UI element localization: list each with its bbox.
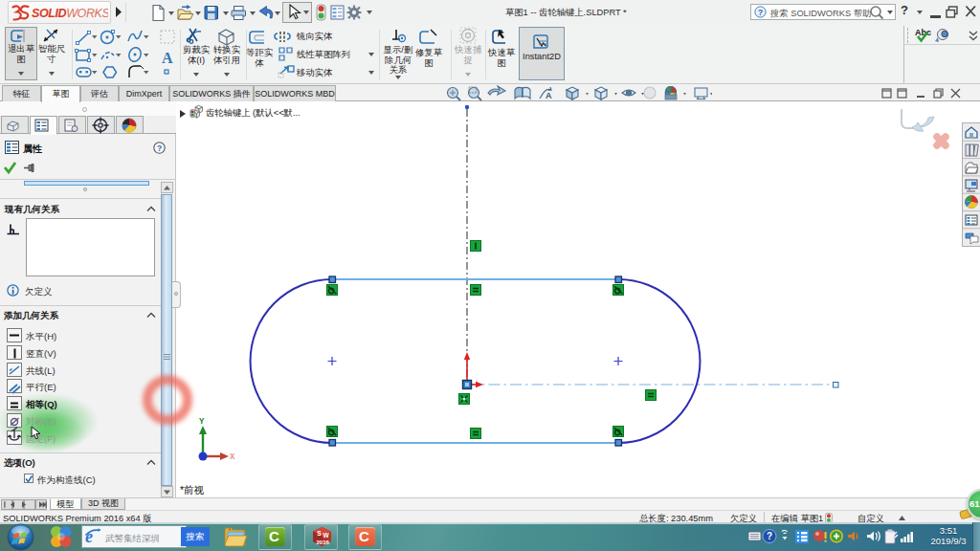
svg-text:2016: 2016 — [317, 540, 330, 545]
svg-text:X: X — [230, 452, 235, 462]
svg-text:A: A — [162, 50, 173, 66]
svg-text:Abc: Abc — [915, 28, 931, 37]
svg-text:SOLIDWORKS: SOLIDWORKS — [32, 7, 108, 20]
svg-text:e: e — [85, 527, 93, 545]
svg-text:A: A — [546, 91, 552, 100]
svg-text:S: S — [317, 530, 322, 537]
svg-text:?: ? — [157, 143, 162, 153]
svg-text:?: ? — [767, 531, 772, 541]
svg-text:W: W — [323, 532, 330, 539]
svg-text:?: ? — [758, 8, 764, 17]
svg-text:Y: Y — [199, 417, 205, 427]
